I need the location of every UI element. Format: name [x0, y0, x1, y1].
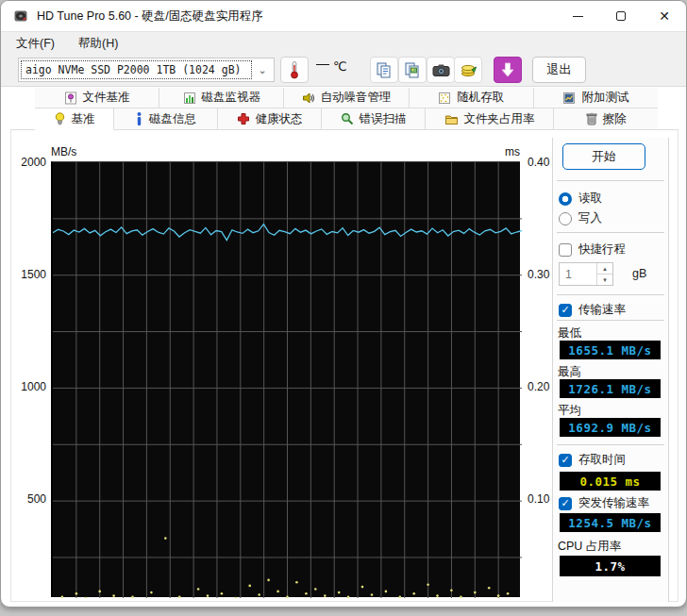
- tab-label: 错误扫描: [360, 111, 407, 127]
- trash-icon: [586, 112, 597, 125]
- close-icon: ✕: [659, 9, 670, 23]
- menu-bar: 文件(F) 帮助(H): [1, 31, 686, 55]
- copy-image-icon: [404, 61, 421, 78]
- speaker-icon: [302, 92, 315, 105]
- ytick-2000: 2000: [8, 156, 46, 169]
- window-title: HD Tune Pro 5.60 - 硬盘/固态硬盘实用程序: [37, 8, 263, 25]
- drive-select-combobox[interactable]: aigo NVMe SSD P2000 1TB (1024 gB) ⌄: [18, 58, 275, 82]
- length-input[interactable]: [560, 263, 596, 285]
- write-radio-row[interactable]: 写入: [559, 210, 602, 226]
- stepper-up-button[interactable]: ▲: [597, 263, 612, 275]
- benchmark-chart: [51, 161, 520, 597]
- transfer-rate-checkbox[interactable]: ✓: [559, 304, 572, 317]
- random-access-icon: [438, 92, 451, 105]
- short-stroke-row[interactable]: 快捷行程: [559, 241, 626, 258]
- copy-image-button[interactable]: [398, 57, 427, 83]
- down-arrow-icon: [501, 62, 514, 77]
- read-radio-row[interactable]: 读取: [559, 191, 602, 207]
- app-logo-icon: [13, 8, 28, 24]
- tab-erase[interactable]: 擦除: [554, 108, 658, 130]
- transfer-rate-row[interactable]: ✓ 传输速率: [559, 302, 626, 318]
- tab-file-benchmark[interactable]: 文件基准: [35, 88, 159, 108]
- tab-aam[interactable]: 自动噪音管理: [284, 88, 409, 108]
- transfer-rate-label: 传输速率: [578, 302, 626, 318]
- read-radio[interactable]: [559, 192, 572, 206]
- avg-value-display: 1692.9 MB/s: [560, 418, 661, 437]
- left-axis-title: MB/s: [51, 145, 76, 158]
- burst-rate-label: 突发传输速率: [578, 495, 649, 511]
- exit-button-label: 退出: [547, 61, 572, 78]
- separator: [557, 444, 664, 445]
- maximize-icon: [616, 11, 626, 21]
- length-stepper[interactable]: ▲ ▼: [559, 262, 613, 286]
- tab-label: 磁盘信息: [149, 111, 196, 127]
- right-axis-title: ms: [505, 145, 520, 158]
- menu-help[interactable]: 帮助(H): [70, 33, 126, 55]
- separator: [557, 180, 664, 181]
- benchmark-plot: [53, 162, 522, 598]
- tab-label: 文件基准: [83, 90, 130, 106]
- menu-file[interactable]: 文件(F): [8, 33, 63, 55]
- short-stroke-checkbox[interactable]: [559, 243, 572, 257]
- save-results-button[interactable]: [454, 57, 482, 83]
- copy-text-button[interactable]: [370, 57, 398, 83]
- camera-icon: [432, 63, 450, 77]
- close-button[interactable]: ✕: [643, 1, 686, 31]
- save-results-icon: [460, 61, 478, 78]
- tab-error-scan[interactable]: 错误扫描: [322, 108, 426, 130]
- access-time-display: 0.015 ms: [560, 472, 661, 491]
- temperature-value: [316, 64, 329, 65]
- drive-select-value: aigo NVMe SSD P2000 1TB (1024 gB): [22, 61, 251, 78]
- tab-label: 自动噪音管理: [321, 90, 392, 106]
- cpu-label: CPU 占用率: [558, 539, 621, 555]
- copy-text-icon: [376, 61, 393, 78]
- min-value-display: 1655.1 MB/s: [560, 341, 661, 359]
- tab-disk-monitor[interactable]: 磁盘监视器: [159, 88, 284, 108]
- stepper-down-button[interactable]: ▼: [597, 275, 612, 285]
- access-time-row[interactable]: ✓ 存取时间: [559, 452, 626, 468]
- tab-label: 基准: [72, 111, 95, 127]
- tab-benchmark[interactable]: 基准: [35, 108, 114, 130]
- temperature-unit: ℃: [333, 59, 347, 74]
- benchmark-panel: 开始 读取 写入 快捷行程 ▲ ▼ gB ✓ 传输速率 最低: [552, 138, 669, 602]
- tab-label: 磁盘监视器: [202, 90, 261, 106]
- temperature-button[interactable]: [280, 57, 309, 83]
- screenshot-button[interactable]: [427, 57, 455, 83]
- ytick-1500: 1500: [8, 268, 46, 281]
- info-icon: [135, 112, 143, 125]
- tab-row-secondary: 文件基准 磁盘监视器 自动噪音管理: [35, 88, 658, 108]
- tab-extra-tests[interactable]: 附加测试: [534, 88, 658, 108]
- short-stroke-label: 快捷行程: [578, 241, 626, 258]
- min-label: 最低: [558, 325, 581, 341]
- ytick-500: 500: [8, 492, 46, 506]
- app-window: HD Tune Pro 5.60 - 硬盘/固态硬盘实用程序 ✕ 文件(F) 帮…: [0, 0, 687, 608]
- burst-rate-checkbox[interactable]: ✓: [559, 497, 572, 510]
- tab-health[interactable]: 健康状态: [218, 108, 322, 130]
- chevron-down-icon[interactable]: ⌄: [251, 64, 274, 76]
- burst-rate-row[interactable]: ✓ 突发传输速率: [559, 495, 649, 511]
- access-time-checkbox[interactable]: ✓: [559, 454, 572, 467]
- tab-label: 随机存取: [457, 90, 504, 106]
- max-label: 最高: [558, 364, 581, 380]
- separator: [557, 294, 664, 295]
- tab-disk-info[interactable]: 磁盘信息: [114, 108, 218, 130]
- tab-label: 健康状态: [256, 111, 303, 127]
- length-unit-label: gB: [632, 267, 646, 280]
- start-button[interactable]: 开始: [562, 143, 645, 170]
- tab-random-access[interactable]: 随机存取: [410, 88, 534, 108]
- separator: [557, 232, 664, 233]
- exit-button[interactable]: 退出: [532, 57, 586, 83]
- read-radio-label: 读取: [578, 191, 602, 207]
- maximize-button[interactable]: [599, 1, 643, 31]
- write-radio-label: 写入: [578, 210, 602, 226]
- extra-tests-icon: [562, 92, 576, 105]
- tab-folder-usage[interactable]: 文件夹占用率: [426, 108, 554, 130]
- write-radio[interactable]: [559, 212, 572, 225]
- ytick-1000: 1000: [8, 380, 46, 393]
- tab-label: 文件夹占用率: [464, 111, 535, 127]
- folder-icon: [444, 113, 459, 125]
- red-cross-icon: [237, 112, 250, 125]
- minimize-button[interactable]: [556, 1, 599, 31]
- scroll-down-button[interactable]: [494, 57, 522, 83]
- tab-label: 附加测试: [581, 90, 628, 106]
